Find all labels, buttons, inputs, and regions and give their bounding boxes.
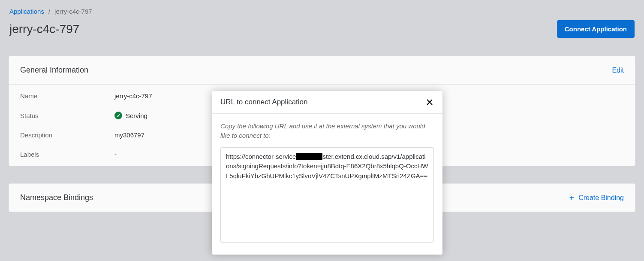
connect-url-modal: URL to connect Application Copy the foll…	[212, 91, 442, 255]
header-row: jerry-c4c-797 Connect Application	[9, 20, 635, 50]
create-binding-link[interactable]: + Create Binding	[569, 194, 624, 202]
general-card-header: General Information Edit	[9, 56, 635, 85]
labels-value: -	[114, 151, 117, 158]
plus-icon: +	[569, 194, 574, 202]
breadcrumb-current: jerry-c4c-797	[54, 8, 92, 15]
status-value: Serving	[114, 112, 147, 119]
edit-link[interactable]: Edit	[612, 67, 624, 74]
labels-label: Labels	[20, 151, 114, 158]
connection-url-box[interactable]: https://connector-servicester.extend.cx.…	[220, 147, 434, 243]
modal-description: Copy the following URL and use it at the…	[220, 121, 434, 140]
create-binding-text: Create Binding	[578, 194, 624, 202]
bindings-card-title: Namespace Bindings	[20, 193, 93, 202]
modal-title: URL to connect Application	[220, 98, 308, 106]
check-icon	[114, 112, 122, 119]
description-value: my306797	[114, 131, 144, 139]
topbar: Applications / jerry-c4c-797 jerry-c4c-7…	[0, 0, 644, 50]
status-text: Serving	[126, 112, 147, 119]
breadcrumb-separator: /	[48, 8, 50, 15]
modal-header: URL to connect Application	[212, 91, 442, 114]
url-prefix: https://connector-service	[226, 153, 296, 160]
modal-body: Copy the following URL and use it at the…	[212, 114, 442, 255]
close-icon[interactable]	[425, 98, 434, 106]
breadcrumb: Applications / jerry-c4c-797	[9, 8, 635, 15]
name-label: Name	[20, 92, 114, 100]
page-title: jerry-c4c-797	[9, 22, 79, 36]
general-card-title: General Information	[20, 66, 88, 75]
connect-application-button[interactable]: Connect Application	[557, 20, 635, 38]
status-label: Status	[20, 112, 114, 119]
name-value: jerry-c4c-797	[114, 92, 152, 100]
breadcrumb-link-applications[interactable]: Applications	[9, 8, 44, 15]
description-label: Description	[20, 131, 114, 139]
redacted-segment	[296, 153, 322, 160]
